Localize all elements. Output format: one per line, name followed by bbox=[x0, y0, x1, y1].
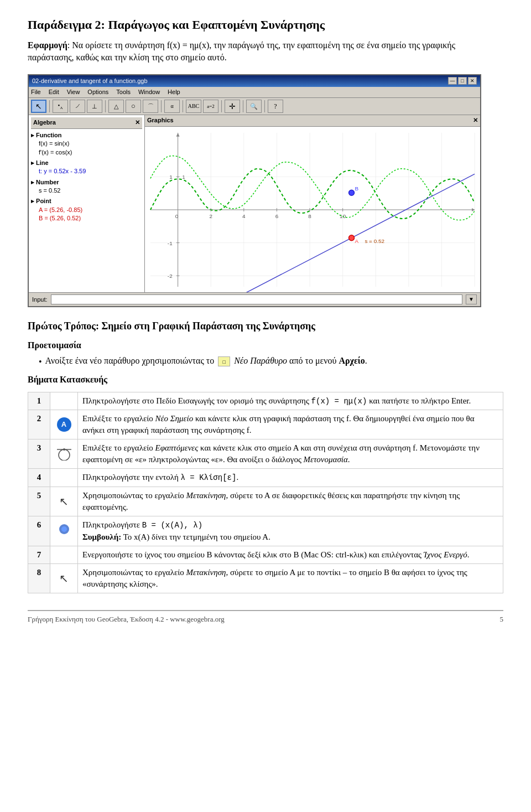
bullet-text-1: Ανοίξτε ένα νέο παράθυρο χρησιμοποιώντας… bbox=[45, 355, 367, 367]
ggb-title: 02-derivative and tangent of a function.… bbox=[32, 77, 148, 85]
toolbar-text-tool[interactable]: ABC bbox=[186, 100, 201, 113]
step-num-1: 1 bbox=[28, 392, 50, 410]
menu-tools[interactable]: Tools bbox=[116, 88, 131, 96]
menu-edit[interactable]: Edit bbox=[49, 88, 59, 96]
table-row: 3 Επιλέξτε το εργαλείο Εφαπτόμενες και κ… bbox=[28, 439, 503, 469]
slider-icon: a=2 bbox=[207, 103, 215, 110]
toolbar-select-tool[interactable]: ↖ bbox=[31, 100, 46, 113]
toolbar-conic-tool[interactable]: ⌒ bbox=[143, 100, 158, 113]
menu-help[interactable]: Help bbox=[168, 88, 180, 96]
text-icon: ABC bbox=[188, 102, 200, 110]
conic-icon: ⌒ bbox=[148, 102, 154, 111]
steps-title: Βήματα Κατασκευής bbox=[28, 374, 503, 386]
algebra-number-section: ▸ Number s = 0.52 bbox=[31, 178, 142, 195]
algebra-line-section: ▸ Line t: y = 0.52x - 3.59 bbox=[31, 159, 142, 176]
table-row: 5 ↖ Χρησιμοποιώντας το εργαλείο Μετακίνη… bbox=[28, 487, 503, 516]
menu-window[interactable]: Window bbox=[138, 88, 160, 96]
ggb-input-field[interactable] bbox=[51, 294, 462, 304]
menu-view[interactable]: View bbox=[67, 88, 80, 96]
minimize-button[interactable]: — bbox=[448, 77, 457, 85]
svg-text:-1: -1 bbox=[168, 240, 173, 246]
step-num-3: 3 bbox=[28, 439, 50, 469]
toolbar-point-tool[interactable]: •A bbox=[53, 100, 68, 113]
step-icon-5: ↖ bbox=[50, 487, 78, 516]
algebra-line-cat[interactable]: ▸ Line bbox=[31, 159, 142, 167]
graphics-close[interactable]: ✕ bbox=[473, 116, 478, 125]
svg-point-29 bbox=[349, 235, 355, 240]
cursor-icon-5: ↖ bbox=[59, 495, 69, 508]
step-text-5: Χρησιμοποιώντας το εργαλείο Μετακίνηση, … bbox=[78, 487, 503, 516]
toolbar-perp-tool[interactable]: ⊥ bbox=[87, 100, 102, 113]
step-text-2: Επιλέξτε το εργαλείο Νέο Σημείο και κάνε… bbox=[78, 410, 503, 439]
toolbar-line-tool[interactable]: ⟋ bbox=[70, 100, 85, 113]
tangent-icon bbox=[56, 444, 72, 461]
point-icon: •A bbox=[58, 101, 63, 111]
ggb-titlebar: 02-derivative and tangent of a function.… bbox=[29, 75, 480, 87]
new-window-icon: □ bbox=[218, 356, 230, 366]
algebra-function-cat[interactable]: ▸ Function bbox=[31, 131, 142, 139]
ggb-input-btn[interactable]: ▼ bbox=[466, 294, 477, 304]
svg-point-43 bbox=[59, 449, 70, 461]
algebra-fx: f(x) = sin(x) bbox=[31, 139, 142, 148]
algebra-number-cat[interactable]: ▸ Number bbox=[31, 178, 142, 187]
footer-left: Γρήγορη Εκκίνηση του GeoGebra, Έκδοση 4.… bbox=[28, 614, 225, 624]
perp-icon: ⊥ bbox=[92, 102, 97, 111]
step5-italic: Μετακίνηση bbox=[186, 491, 226, 500]
algebra-fpx: f'(x) = cos(x) bbox=[31, 148, 142, 157]
algebra-close[interactable]: ✕ bbox=[135, 118, 140, 127]
svg-text:2: 2 bbox=[209, 213, 212, 219]
translate-icon: ✛ bbox=[229, 101, 236, 112]
bullet-dot-1: • bbox=[39, 356, 42, 368]
intro-paragraph: Εφαρμογή: Να ορίσετε τη συνάρτηση f(x) =… bbox=[28, 39, 503, 64]
algebra-point-section: ▸ Point A = (5.26, -0.85) B = (5.26, 0.5… bbox=[31, 197, 142, 223]
svg-text:B: B bbox=[355, 185, 358, 192]
intro-text: : Να ορίσετε τη συνάρτηση f(x) = ημ(x), … bbox=[28, 40, 455, 62]
cursor-icon-8: ↖ bbox=[59, 572, 69, 585]
toolbar-zoom-in[interactable]: 🔍 bbox=[246, 100, 262, 113]
table-row: 8 ↖ Χρησιμοποιώντας το εργαλείο Μετακίνη… bbox=[28, 563, 503, 593]
ggb-graphics-header: Graphics ✕ bbox=[145, 115, 480, 126]
step-num-2: 2 bbox=[28, 410, 50, 439]
table-row: 6 Πληκτρολογήστε B = (x(A), λ) Συμβουλή:… bbox=[28, 516, 503, 546]
step-text-8: Χρησιμοποιώντας το εργαλείο Μετακίνηση, … bbox=[78, 563, 503, 593]
close-button[interactable]: ✕ bbox=[468, 77, 477, 85]
ggb-toolbar: ↖ •A ⟋ ⊥ △ ○ ⌒ α ABC a=2 bbox=[29, 98, 480, 115]
zoom-in-icon: 🔍 bbox=[250, 102, 258, 111]
section1-title: Πρώτος Τρόπος: Σημείο στη Γραφική Παράστ… bbox=[28, 319, 503, 333]
svg-text:4: 4 bbox=[242, 213, 246, 219]
step8-italic: Μετακίνηση bbox=[186, 568, 226, 577]
toolbar-circle-tool[interactable]: ○ bbox=[126, 100, 141, 113]
maximize-button[interactable]: □ bbox=[458, 77, 467, 85]
step1-code: f(x) = ημ(x) bbox=[311, 397, 367, 406]
toolbar-slider-tool[interactable]: a=2 bbox=[203, 100, 218, 113]
step-text-4: Πληκτρολογήστε την εντολή λ = Κλίση[ε]. bbox=[78, 469, 503, 487]
step-text-3: Επιλέξτε το εργαλείο Εφαπτόμενες και κάν… bbox=[78, 439, 503, 469]
ggb-inputbar: Input: ▼ bbox=[29, 292, 480, 306]
point-a-icon: A bbox=[57, 417, 71, 432]
line-icon: ⟋ bbox=[74, 101, 81, 111]
step-num-7: 7 bbox=[28, 546, 50, 563]
help-icon: ? bbox=[274, 102, 277, 111]
step-icon-7 bbox=[50, 546, 78, 563]
toolbar-polygon-tool[interactable]: △ bbox=[108, 100, 124, 113]
algebra-point-cat[interactable]: ▸ Point bbox=[31, 197, 142, 205]
polygon-icon: △ bbox=[114, 102, 118, 111]
toolbar-sep-4 bbox=[183, 100, 183, 112]
svg-text:0: 0 bbox=[175, 213, 179, 219]
menu-options[interactable]: Options bbox=[87, 88, 108, 96]
toolbar-translate-tool[interactable]: ✛ bbox=[225, 100, 240, 113]
toolbar-help[interactable]: ? bbox=[268, 100, 283, 113]
algebra-point-a: A = (5.26, -0.85) bbox=[31, 206, 142, 214]
graphics-label: Graphics bbox=[147, 116, 174, 125]
ggb-graphics-panel[interactable]: Graphics ✕ bbox=[145, 115, 480, 292]
ggb-menubar: File Edit View Options Tools Window Help bbox=[29, 87, 480, 98]
algebra-s: s = 0.52 bbox=[31, 187, 142, 195]
menu-file[interactable]: File bbox=[31, 88, 41, 96]
page-footer: Γρήγορη Εκκίνηση του GeoGebra, Έκδοση 4.… bbox=[28, 610, 503, 624]
toolbar-angle-tool[interactable]: α bbox=[164, 100, 180, 113]
step-text-1: Πληκτρολογήστε στο Πεδίο Εισαγωγής τον ο… bbox=[78, 392, 503, 410]
select-icon: ↖ bbox=[35, 101, 42, 112]
step-text-7: Ενεργοποιήστε το ίχνος του σημείου Β κάν… bbox=[78, 546, 503, 563]
svg-point-31 bbox=[349, 190, 355, 195]
step-num-6: 6 bbox=[28, 516, 50, 546]
